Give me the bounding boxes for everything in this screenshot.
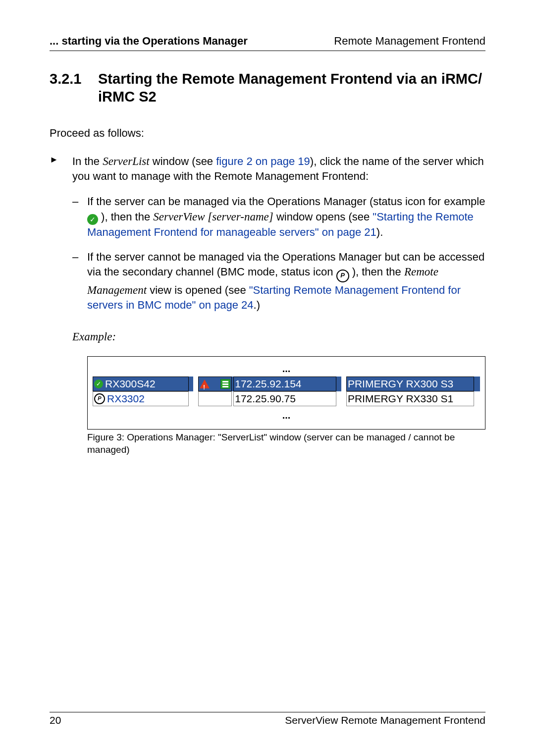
status-icons-cell <box>198 377 232 391</box>
t: ), then the <box>98 211 153 223</box>
footer-title: ServerView Remote Management Frontend <box>285 714 485 726</box>
ellipsis-top: ... <box>88 364 485 374</box>
server-ip: 172.25.90.75 <box>235 392 296 405</box>
server-model: PRIMERGY RX330 S1 <box>348 392 453 405</box>
step-bullet: ► In the ServerList window (see figure 2… <box>50 154 485 184</box>
warning-icon <box>200 379 210 388</box>
running-footer: 20 ServerView Remote Management Frontend <box>50 712 485 726</box>
t: window opens (see <box>273 211 373 223</box>
ip-cell: 172.25.92.154 <box>233 377 336 391</box>
sub-text: If the server cannot be managed via the … <box>87 250 485 313</box>
sub-text: If the server can be managed via the Ope… <box>87 194 485 239</box>
figure-box: ... ✓ RX300S42 172.25.92.154 PRIMERG <box>87 356 485 430</box>
serverlist-term: ServerList <box>103 155 150 167</box>
t: ), then the <box>349 266 404 278</box>
server-model: PRIMERGY RX300 S3 <box>348 378 453 390</box>
serverview-name-term: ServerView [server-name] <box>153 211 273 223</box>
header-left: ... starting via the Operations Manager <box>50 35 248 48</box>
t: window (see <box>150 155 216 167</box>
section-number: 3.2.1 <box>50 70 98 106</box>
sub-item-manageable: – If the server can be managed via the O… <box>72 194 485 239</box>
example-label: Example: <box>72 330 485 343</box>
header-right: Remote Management Frontend <box>334 35 485 48</box>
section-heading: 3.2.1 Starting the Remote Management Fro… <box>50 70 485 106</box>
intro-text: Proceed as follows: <box>50 127 485 140</box>
server-name: RX300S42 <box>105 378 156 390</box>
t: If the server can be managed via the Ope… <box>87 195 485 208</box>
server-ip: 172.25.92.154 <box>235 378 301 390</box>
ip-cell: 172.25.90.75 <box>233 391 336 406</box>
status-bmc-icon: P <box>94 393 105 404</box>
bullet-icon: ► <box>50 154 72 184</box>
table-row: P RX3302 172.25.90.75 PRIMERGY RX330 S1 <box>88 391 485 406</box>
page: ... starting via the Operations Manager … <box>0 0 535 756</box>
section-title: Starting the Remote Management Frontend … <box>98 70 485 106</box>
running-header: ... starting via the Operations Manager … <box>50 35 485 51</box>
t: In the <box>72 155 103 167</box>
ellipsis-bottom: ... <box>88 410 485 420</box>
t: view is opened (see <box>147 284 249 296</box>
rack-icon <box>220 379 230 389</box>
model-cell: PRIMERGY RX300 S3 <box>346 377 474 391</box>
table-row: ✓ RX300S42 172.25.92.154 PRIMERGY RX300 … <box>88 377 485 391</box>
dash-icon: – <box>72 194 87 239</box>
model-cell: PRIMERGY RX330 S1 <box>346 391 474 406</box>
status-ok-icon: ✓ <box>94 379 103 388</box>
t: ). <box>376 226 383 238</box>
step-text: In the ServerList window (see figure 2 o… <box>72 154 485 184</box>
figure-2-link[interactable]: figure 2 on page 19 <box>216 155 310 167</box>
figure-caption: Figure 3: Operations Manager: "ServerLis… <box>87 432 485 456</box>
t: .) <box>254 299 260 311</box>
serverlist-table: ✓ RX300S42 172.25.92.154 PRIMERGY RX300 … <box>88 377 485 406</box>
server-name: RX3302 <box>107 392 145 405</box>
server-name-cell[interactable]: ✓ RX300S42 <box>93 377 189 391</box>
sub-item-bmc: – If the server cannot be managed via th… <box>72 250 485 313</box>
page-number: 20 <box>50 714 61 726</box>
server-name-cell[interactable]: P RX3302 <box>93 391 189 406</box>
status-bmc-icon: P <box>336 270 349 282</box>
status-ok-icon: ✓ <box>87 214 98 225</box>
dash-icon: – <box>72 250 87 313</box>
